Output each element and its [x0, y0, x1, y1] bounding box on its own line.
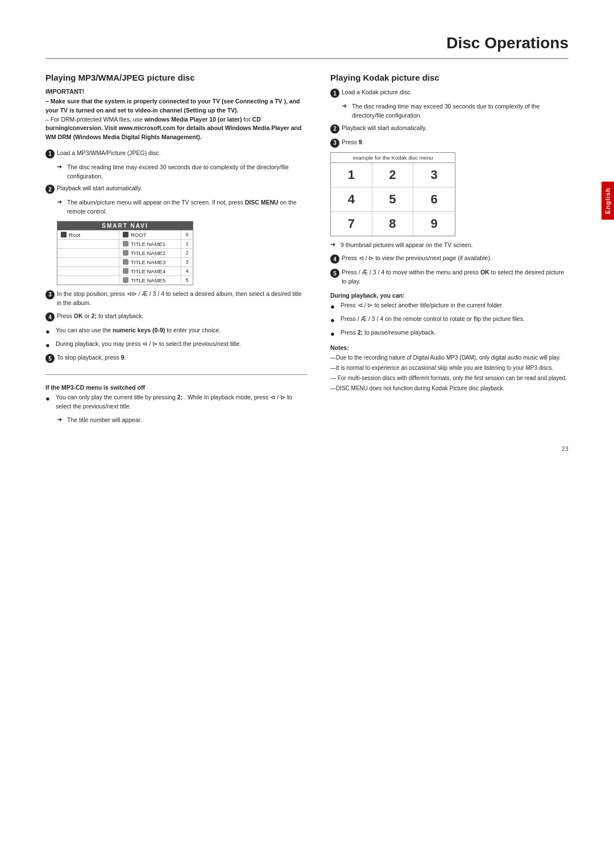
- bullet-2: ● During playback, you may press ⊲ / ⊳ t…: [45, 340, 308, 349]
- divider: [45, 374, 308, 375]
- r-step-1-arrow: ➜ The disc reading time may exceed 30 se…: [342, 102, 569, 120]
- english-tab: English: [601, 182, 614, 220]
- note-3: — For multi-session discs with different…: [330, 374, 569, 382]
- kodak-cell-4: 4: [331, 187, 372, 212]
- step-num-1: 1: [45, 149, 55, 158]
- left-section-title: Playing MP3/WMA/JPEG picture disc: [45, 73, 308, 82]
- r-step-3-content: Press 9.: [342, 138, 364, 147]
- bullet-icon-1: ●: [45, 328, 53, 335]
- navi-title4: TITLE NAME4: [119, 267, 181, 276]
- step-5: 5 To stop playback, press 9.: [45, 353, 308, 363]
- navi-row-1: TITLE NAME1 1: [57, 239, 193, 248]
- step-num-3: 3: [45, 290, 55, 299]
- r-step-num-5: 5: [330, 269, 339, 278]
- root-icon-2: [123, 232, 128, 237]
- navi-col-empty-2: [57, 249, 119, 257]
- arrow-icon: ➜: [57, 163, 65, 170]
- r-step-1-content: Load a Kodak picture disc.: [342, 88, 412, 97]
- smart-navi-box: SMART NAVI Root ROOT 0: [57, 221, 193, 285]
- during-playback-title: During playback, you can:: [330, 292, 569, 299]
- right-column: Playing Kodak picture disc 1 Load a Koda…: [330, 73, 569, 428]
- note-2: —It is normal to experience an occasiona…: [330, 364, 569, 372]
- important-label: IMPORTANT!: [45, 88, 308, 95]
- notes-title: Notes:: [330, 344, 569, 351]
- kodak-grid-arrow-text: 9 thumbnail pictures will appear on the …: [341, 241, 473, 250]
- r-bullet-icon-3: ●: [330, 330, 338, 337]
- navi-row-root: Root ROOT 0: [57, 230, 193, 239]
- r-bullet-2: ● Press / Æ / 3 / 4 on the remote contro…: [330, 315, 569, 324]
- r-bullet-2-content: Press / Æ / 3 / 4 on the remote control …: [341, 315, 525, 324]
- navi-row-5: TITLE NAME5 5: [57, 276, 193, 285]
- notes-section: Notes: —Due to the recording nature of D…: [330, 344, 569, 393]
- r-step-3: 3 Press 9.: [330, 138, 569, 148]
- step-2-arrow-text: The album/picture menu will appear on th…: [67, 198, 308, 216]
- navi-title1: TITLE NAME1: [119, 240, 181, 248]
- navi-root-left: Root: [57, 231, 119, 239]
- step-num-4: 4: [45, 312, 55, 322]
- step-3-content: In the stop position, press ⊲⊳ / Æ / 3 /…: [57, 290, 308, 308]
- navi-col-empty-5: [57, 276, 119, 285]
- r-bullet-icon-2: ●: [330, 316, 338, 324]
- r-step-5: 5 Press / Æ / 3 / 4 to move within the m…: [330, 268, 569, 286]
- r-step-1-arrow-text: The disc reading time may exceed 30 seco…: [352, 102, 569, 120]
- mp3cd-bullet: ● You can only play the current title by…: [45, 393, 308, 411]
- r-step-2: 2 Playback will start automatically.: [330, 124, 569, 133]
- mp3cd-bullet-text: You can only play the current title by p…: [56, 393, 308, 411]
- navi-row-2: TITLE NAME2 2: [57, 248, 193, 257]
- mp3cd-off-title: If the MP3-CD menu is switched off: [45, 384, 308, 391]
- r-step-4-content: Press ⊲ / ⊳ to view the previous/next pa…: [342, 254, 492, 263]
- navi-num-5: 5: [181, 276, 193, 285]
- arrow-icon-2: ➜: [57, 198, 65, 206]
- navi-title5: TITLE NAME5: [119, 276, 181, 285]
- navi-num-1: 1: [181, 240, 193, 248]
- bullet-icon-2: ●: [45, 341, 53, 349]
- kodak-cell-7: 7: [331, 212, 372, 236]
- bullet-1-content: You can also use the numeric keys (0-9) …: [56, 326, 221, 335]
- kodak-grid: 1 2 3 4 5 6 7 8 9: [331, 163, 455, 236]
- file-icon-4: [123, 268, 128, 274]
- navi-title3: TITLE NAME3: [119, 258, 181, 266]
- navi-title2: TITLE NAME2: [119, 249, 181, 257]
- page: English Disc Operations Playing MP3/WMA/…: [0, 0, 614, 868]
- navi-col-empty-3: [57, 258, 119, 266]
- r-step-2-content: Playback will start automatically.: [342, 124, 427, 133]
- kodak-cell-9: 9: [413, 212, 455, 236]
- mp3cd-bullet-icon: ●: [45, 395, 53, 402]
- main-columns: Playing MP3/WMA/JPEG picture disc IMPORT…: [45, 73, 569, 428]
- kodak-cell-1: 1: [331, 163, 372, 187]
- kodak-cell-5: 5: [372, 187, 414, 212]
- navi-root-num: 0: [181, 231, 193, 239]
- kodak-grid-box: example for the Kodak disc menu 1 2 3 4 …: [330, 152, 455, 236]
- r-bullet-3-content: Press 2; to pause/resume playback.: [341, 328, 436, 337]
- step-2-arrow: ➜ The album/picture menu will appear on …: [57, 198, 308, 216]
- r-step-num-1: 1: [330, 89, 339, 98]
- step-4-content: Press OK or 2; to start playback.: [57, 312, 143, 321]
- step-1: 1 Load a MP3/WMA/Picture (JPEG) disc.: [45, 149, 308, 158]
- r-bullet-1-content: Press ⊲ / ⊳ to select another title/pict…: [341, 301, 503, 310]
- kodak-grid-arrow: ➜ 9 thumbnail pictures will appear on th…: [330, 241, 569, 250]
- step-2-content: Playback will start automatically.: [57, 184, 142, 193]
- r-bullet-3: ● Press 2; to pause/resume playback.: [330, 328, 569, 337]
- r-bullet-icon-1: ●: [330, 303, 338, 310]
- r-arrow-1: ➜: [342, 102, 350, 110]
- smart-navi-header: SMART NAVI: [57, 222, 193, 230]
- note-1: —Due to the recording nature of Digital …: [330, 353, 569, 362]
- navi-num-3: 3: [181, 258, 193, 266]
- right-section-title: Playing Kodak picture disc: [330, 73, 569, 82]
- arrow-icon-3: ➜: [57, 416, 65, 423]
- step-num-5: 5: [45, 354, 55, 363]
- step-1-arrow-text: The disc reading time may exceed 30 seco…: [67, 163, 308, 181]
- file-icon-2: [123, 250, 128, 256]
- navi-row-3: TITLE NAME3 3: [57, 257, 193, 266]
- navi-num-2: 2: [181, 249, 193, 257]
- navi-col-empty-1: [57, 240, 119, 248]
- r-bullet-1: ● Press ⊲ / ⊳ to select another title/pi…: [330, 301, 569, 310]
- navi-root-right: ROOT: [119, 231, 181, 239]
- kodak-cell-6: 6: [413, 187, 455, 212]
- step-num-2: 2: [45, 185, 55, 194]
- page-title: Disc Operations: [45, 34, 569, 59]
- important-text: – Make sure that the system is properly …: [45, 97, 308, 142]
- navi-row-4: TITLE NAME4 4: [57, 266, 193, 276]
- r-step-num-4: 4: [330, 254, 339, 264]
- kodak-cell-2: 2: [372, 163, 414, 187]
